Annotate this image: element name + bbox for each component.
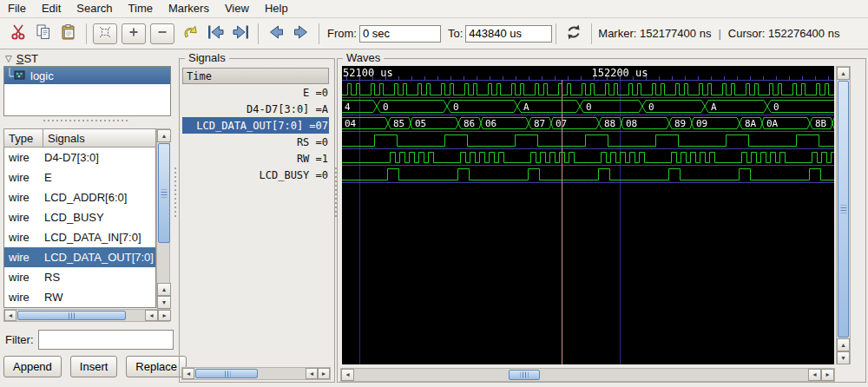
scroll-left-button[interactable]: ◂ [808,369,821,381]
cell-signal-name: D4-D7[3:0] [44,151,99,164]
vscroll-thumb[interactable] [838,81,849,338]
scroll-right-button[interactable]: ▸ [821,369,834,381]
table-row[interactable]: wireRS [4,267,155,287]
column-header-type[interactable]: Type [3,128,43,148]
reload-button[interactable] [562,23,585,44]
table-row[interactable]: wireLCD_DATA_IN[7:0] [4,227,155,247]
signal-row[interactable]: D4-D7[3:0] =A [182,101,329,117]
cursor-readout: Cursor: 152276400 ns [728,27,840,40]
scroll-up-button[interactable]: ▴ [157,129,171,142]
table-row[interactable]: wireRW [4,287,155,307]
zoom-undo-button[interactable] [179,23,201,44]
toolbar-separator [86,23,87,44]
signal-name-list[interactable]: E =0D4-D7[3:0] =ALCD_DATA_OUT[7:0] =07RS… [182,84,329,183]
table-row[interactable]: wireD4-D7[3:0] [4,148,155,167]
menu-bar: FileEditSearchTimeMarkersViewHelp [0,0,868,18]
hscroll-thumb[interactable] [195,369,258,378]
scroll-down-button[interactable]: ▾ [157,296,171,309]
cell-type: wire [4,271,44,284]
zoom-in-button[interactable] [122,23,146,44]
signal-row[interactable]: LCD_DATA_OUT[7:0] =07 [182,117,329,134]
menu-edit[interactable]: Edit [34,0,69,17]
toolbar-separator [591,23,592,44]
append-button[interactable]: Append [3,356,62,377]
signal-row[interactable]: E =0 [182,84,329,101]
scroll-left-button[interactable]: ◂ [341,369,354,381]
scroll-left-button[interactable]: ◂ [145,310,158,321]
vscroll-thumb[interactable] [158,143,170,243]
signal-row[interactable]: RS =0 [182,134,329,150]
shift-right-button[interactable] [290,23,312,44]
replace-button[interactable]: Replace [126,356,187,377]
arrow-to-left-bar-icon [205,23,227,44]
table-row[interactable]: wireE [4,167,155,187]
scroll-up-button[interactable]: ▴ [157,283,171,296]
copy-button[interactable] [32,23,55,44]
scroll-left-button[interactable]: ◂ [182,368,194,379]
menu-help[interactable]: Help [257,0,296,17]
menu-markers[interactable]: Markers [161,0,217,17]
cell-type: wire [4,151,44,164]
pane-splitter[interactable] [173,165,177,217]
gtkwave-window: FileEditSearchTimeMarkersViewHelp [0,0,868,387]
signals-hscrollbar[interactable]: ◂ ◂ ▸ [181,367,331,380]
signal-table-hscrollbar[interactable]: ◂ ◂ ▸ [3,309,170,322]
expander-triangle-icon: ▽ [5,54,12,63]
scroll-up-button[interactable]: ▴ [837,338,850,351]
cell-type: wire [4,231,44,244]
to-input[interactable] [465,25,552,43]
menu-time[interactable]: Time [121,0,161,17]
column-header-signals[interactable]: Signals [43,128,156,148]
filter-input[interactable] [38,330,174,350]
time-header[interactable]: Time [182,68,329,84]
table-row[interactable]: wireLCD_ADDR[6:0] [4,187,155,207]
cell-type: wire [4,211,44,224]
scroll-right-button[interactable]: ▸ [318,368,330,379]
shift-left-button[interactable] [265,23,287,44]
tree-item-logic[interactable]: logic [4,67,170,84]
tree-item-label: logic [30,69,54,82]
reload-icon [562,22,585,45]
prev-edge-button[interactable] [204,23,227,44]
insert-button[interactable]: Insert [70,356,118,377]
tree-table-splitter[interactable] [43,118,130,123]
table-row[interactable]: wireLCD_BUSY [4,207,155,227]
module-icon [6,68,30,84]
signal-table-body[interactable]: wireD4-D7[3:0]wireEwireLCD_ADDR[6:0]wire… [3,148,156,308]
zoom-fit-button[interactable] [93,23,117,44]
plus-icon [127,25,141,42]
toolbar-separator [258,23,259,44]
wave-canvas[interactable] [342,66,834,364]
thumb-grip [223,371,231,377]
right-arrow-icon [291,23,312,44]
sst-tree[interactable]: logic [3,66,171,116]
cell-signal-name: LCD_BUSY [44,211,104,224]
clipboard-icon [59,23,78,44]
scroll-left-button[interactable]: ◂ [4,310,16,321]
signal-row[interactable]: RW =1 [182,150,329,167]
hscroll-thumb[interactable] [17,311,126,320]
menu-search[interactable]: Search [69,0,120,17]
scroll-up-button[interactable]: ▴ [837,67,850,80]
scroll-right-button[interactable]: ▸ [158,310,171,321]
menu-file[interactable]: File [0,0,34,17]
signal-table-vscrollbar[interactable]: ▴ ▴ ▾ [156,128,170,308]
cut-button[interactable] [7,23,30,44]
waves-hscrollbar[interactable]: ◂ ◂ ▸ [340,368,835,382]
sst-label: SST [16,52,38,65]
toolbar: From: To: Marker: 152177400 ns | Cursor:… [0,18,868,49]
next-edge-button[interactable] [229,23,252,44]
sst-expander[interactable]: ▽ SST [5,52,38,65]
waves-vscrollbar[interactable]: ▴ ▴ ▾ [836,66,851,364]
status-separator: | [718,27,720,40]
scroll-down-button[interactable]: ▾ [837,351,850,364]
signal-row[interactable]: LCD_BUSY =0 [182,167,329,183]
scroll-left-button[interactable]: ◂ [306,368,318,379]
table-row[interactable]: wireLCD_DATA_OUT[7:0] [4,247,155,267]
menu-view[interactable]: View [217,0,257,17]
paste-button[interactable] [57,23,80,44]
left-arrow-icon [266,23,286,44]
hscroll-thumb[interactable] [509,370,540,380]
zoom-out-button[interactable] [150,23,174,44]
from-input[interactable] [359,25,441,43]
